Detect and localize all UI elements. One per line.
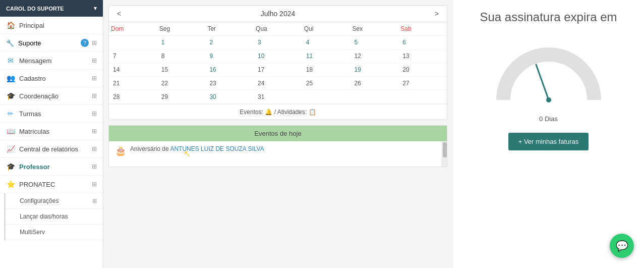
suporte-help-icon[interactable]: ? [81,39,89,47]
event-prefix: Aniversário de [130,145,169,152]
calendar: < Julho 2024 > DomSegTerQuaQuiSexSab 123… [108,5,447,120]
sidebar-item-coordenacao[interactable]: 🎓 Coordenação ⊞ [0,87,103,105]
calendar-cell: 29 [157,90,206,104]
sidebar: CAROL DO SUPORTE ▾ 🏠 Principal 🔧 Suporte… [0,0,103,268]
calendar-cell: 23 [205,77,254,90]
cal-header-sab: Sab [398,22,447,36]
user-name: CAROL DO SUPORTE [6,6,64,12]
turmas-icon: ✏ [6,110,15,118]
center-panel: < Julho 2024 > DomSegTerQuaQuiSexSab 123… [103,0,452,268]
scroll-thumb [443,142,447,157]
subscription-title: Sua assinatura expira em [480,10,617,24]
calendar-cell: 14 [109,63,157,77]
event-text: Aniversário de ANTUNES LUIZ DE SOUZA SIL… [130,145,264,152]
coordenacao-expand[interactable]: ⊞ [92,92,97,99]
calendar-prev[interactable]: < [114,9,124,19]
matriculas-expand[interactable]: ⊞ [92,128,97,135]
sidebar-item-mensagem[interactable]: ✉ Mensagem ⊞ [0,52,103,70]
calendar-row: 78910111213 [109,49,447,63]
calendar-cell [109,36,157,49]
calendar-cell: 22 [157,77,206,90]
calendar-cell[interactable]: 3 [254,36,302,49]
calendar-cell[interactable]: 5 [350,36,399,49]
calendar-footer: Eventos: 🔔 / Atividades: 📋 [109,104,447,120]
calendar-cell[interactable]: 19 [350,63,399,77]
sidebar-sub-label-lancar-dias: Lançar dias/horas [20,213,68,220]
cadastro-icon: 👥 [6,74,15,82]
sidebar-sub-label-configuracoes: Configurações [20,197,58,204]
gauge-label: 0 Dias [539,115,558,123]
sidebar-item-matriculas[interactable]: 📖 Matrículas ⊞ [0,123,103,140]
sidebar-item-cadastro[interactable]: 👥 Cadastro ⊞ [0,70,103,87]
turmas-expand[interactable]: ⊞ [92,110,97,117]
calendar-cell[interactable]: 4 [302,36,350,49]
calendar-cell [350,90,399,104]
calendar-next[interactable]: > [432,9,442,19]
sidebar-item-turmas[interactable]: ✏ Turmas ⊞ [0,105,103,123]
relatorios-expand[interactable]: ⊞ [92,145,97,152]
calendar-title: Julho 2024 [261,10,296,18]
sidebar-sub-label-multiserv: MultiServ [20,229,45,236]
configuracoes-expand[interactable]: ⊞ [92,198,97,204]
eventos-label: Eventos: [240,109,265,116]
sidebar-item-principal[interactable]: 🏠 Principal [0,17,103,34]
calendar-cell[interactable]: 10 [254,49,302,63]
calendar-cell[interactable]: 30 [205,90,254,104]
calendar-row: 14151617181920 [109,63,447,77]
calendar-cell: 24 [254,77,302,90]
chat-icon: 💬 [616,240,628,252]
pronatec-icon: ⭐ [6,180,15,188]
cal-header-ter: Ter [205,22,254,36]
suporte-expand[interactable]: ⊞ [92,39,97,46]
mensagem-icon: ✉ [6,57,15,65]
sidebar-label-relatorios: Central de relatórios [19,145,78,153]
user-menu[interactable]: CAROL DO SUPORTE ▾ [0,0,103,17]
birthday-icon: 🎂 [115,145,126,156]
sidebar-item-suporte[interactable]: 🔧 Suporte ? ⊞ [0,34,103,52]
gauge-svg [493,34,604,110]
calendar-row: 123456 [109,36,447,49]
atividades-label: / Atividades: [274,109,309,116]
calendar-cell[interactable]: 16 [205,63,254,77]
calendar-cell: 12 [350,49,399,63]
sidebar-sub-multiserv[interactable]: MultiServ [6,225,103,240]
user-chevron: ▾ [94,5,97,12]
main-content: < Julho 2024 > DomSegTerQuaQuiSexSab 123… [103,0,644,268]
calendar-cell: 8 [157,49,206,63]
sidebar-sub-configuracoes[interactable]: Configurações ⊞ [6,193,103,209]
pronatec-expand[interactable]: ⊞ [92,181,97,188]
sidebar-label-turmas: Turmas [19,110,41,118]
calendar-cell[interactable]: 11 [302,49,350,63]
sidebar-item-pronatec[interactable]: ⭐ PRONATEC ⊞ [0,176,103,193]
calendar-cell[interactable]: 1 [157,36,206,49]
calendar-cell[interactable]: 9 [205,49,254,63]
calendar-cell: 27 [398,77,447,90]
events-section: Eventos de hoje 🎂 Aniversário de ANTUNES… [108,125,447,167]
scroll-bar[interactable] [442,141,447,167]
sidebar-item-relatorios[interactable]: 📈 Central de relatórios ⊞ [0,140,103,158]
calendar-table: DomSegTerQuaQuiSexSab 123456789101112131… [109,22,447,104]
sidebar-label-suporte: Suporte [18,39,41,47]
calendar-cell: 31 [254,90,302,104]
view-invoices-button[interactable]: + Ver minhas faturas [508,133,589,150]
calendar-cell [302,90,350,104]
professor-expand[interactable]: ⊞ [92,163,97,170]
cal-header-dom: Dom [109,22,157,36]
calendar-cell[interactable]: 2 [205,36,254,49]
chat-button[interactable]: 💬 [610,234,634,258]
calendar-cell: 21 [109,77,157,90]
sidebar-item-professor[interactable]: 🎓 Professor ⊞ [0,158,103,176]
calendar-row: 28293031 [109,90,447,104]
event-person-link[interactable]: ANTUNES LUIZ DE SOUZA SILVA [170,145,264,152]
cadastro-expand[interactable]: ⊞ [92,75,97,82]
sidebar-label-matriculas: Matrículas [19,128,49,135]
calendar-cell: 20 [398,63,447,77]
sidebar-sub-lancar-dias[interactable]: Lançar dias/horas [6,209,103,225]
cal-header-qui: Qui [302,22,350,36]
home-icon: 🏠 [6,21,15,29]
calendar-cell[interactable]: 6 [398,36,447,49]
calendar-cell: 17 [254,63,302,77]
calendar-cell [398,90,447,104]
calendar-row: 21222324252627 [109,77,447,90]
mensagem-expand[interactable]: ⊞ [92,57,97,64]
